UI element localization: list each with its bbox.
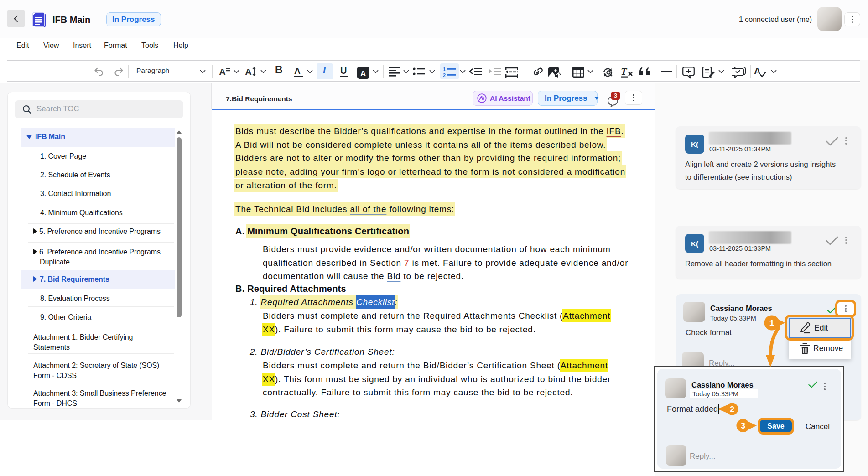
svg-text:T: T <box>621 67 628 77</box>
svg-text:1: 1 <box>443 67 446 72</box>
svg-text:2: 2 <box>730 405 734 414</box>
svg-text:A: A <box>360 69 366 78</box>
svg-text:A: A <box>754 67 760 76</box>
svg-text:U: U <box>340 67 347 76</box>
svg-text:2: 2 <box>443 72 446 78</box>
svg-text:A: A <box>219 67 226 77</box>
svg-text:A: A <box>245 67 252 77</box>
svg-text:3: 3 <box>741 421 745 430</box>
svg-text:A: A <box>294 67 301 76</box>
